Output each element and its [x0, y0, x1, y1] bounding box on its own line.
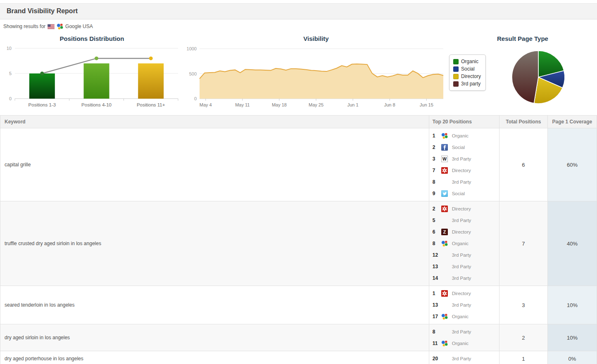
google-icon: [441, 313, 448, 320]
position-row: 2Social: [433, 142, 499, 153]
no-icon: [441, 355, 448, 362]
legend-label: Organic: [461, 59, 478, 64]
positions-cell: 2Directory53rd Party6ZDirectory8Organic1…: [429, 201, 499, 286]
google-icon: [441, 240, 448, 247]
table-row: seared tenderloin in los angeles1Directo…: [0, 286, 597, 324]
position-type-label: 3rd Party: [452, 264, 471, 269]
position-type-label: 3rd Party: [452, 303, 471, 307]
svg-text:5: 5: [9, 71, 12, 76]
no-icon: [441, 302, 448, 308]
position-rank: 6: [433, 229, 441, 235]
position-type-label: 3rd Party: [452, 253, 471, 258]
position-rank: 8: [433, 179, 441, 185]
no-icon: [441, 329, 448, 335]
google-icon: [441, 340, 448, 347]
position-type-label: Directory: [452, 229, 471, 234]
zagat-icon: Z: [441, 229, 448, 235]
position-row: 83rd Party: [433, 176, 499, 188]
twitter-icon: [441, 190, 448, 197]
chart-title: Visibility: [184, 32, 448, 43]
position-rank: 8: [433, 329, 441, 335]
search-engine-label: Google USA: [65, 24, 93, 29]
total-positions-cell: 1: [499, 351, 547, 364]
position-type-label: Organic: [452, 133, 469, 138]
coverage-cell: 60%: [547, 128, 597, 201]
legend-item-3rd-party[interactable]: 3rd party: [453, 80, 481, 87]
keyword-cell: seared tenderloin in los angeles: [0, 286, 429, 324]
position-type-label: 3rd Party: [452, 356, 471, 361]
yelp-icon: [441, 167, 448, 174]
wikipedia-icon: W: [441, 156, 448, 162]
position-row: 11Organic: [433, 338, 499, 349]
table-header-row: Keyword Top 20 Positions Total Positions…: [0, 116, 597, 128]
legend-swatch: [453, 74, 459, 79]
position-rank: 11: [433, 340, 441, 346]
legend-swatch: [453, 66, 459, 72]
coverage-cell: 10%: [547, 286, 597, 324]
legend-item-directory[interactable]: Directory: [453, 73, 481, 80]
position-rank: 13: [433, 302, 441, 308]
position-row: 2Directory: [433, 203, 499, 215]
position-row: 3W3rd Party: [433, 153, 499, 165]
position-rank: 2: [433, 144, 441, 150]
legend-label: Social: [461, 66, 475, 72]
results-context-line: Showing results for Google USA: [0, 19, 597, 31]
svg-text:May 18: May 18: [272, 102, 287, 107]
svg-text:Positions 1-3: Positions 1-3: [29, 102, 56, 107]
svg-text:Positions 4-10: Positions 4-10: [81, 102, 112, 107]
no-icon: [441, 252, 448, 258]
keywords-table: Keyword Top 20 Positions Total Positions…: [0, 115, 597, 364]
legend-item-organic[interactable]: Organic: [453, 58, 481, 65]
position-row: 6ZDirectory: [433, 226, 499, 238]
keyword-cell: dry aged porterhouse in los angeles: [0, 351, 429, 364]
header-keyword: Keyword: [0, 116, 429, 128]
position-row: 1Organic: [433, 130, 499, 142]
svg-text:May 4: May 4: [200, 102, 212, 107]
position-row: 83rd Party: [433, 326, 499, 338]
coverage-cell: 10%: [547, 324, 597, 351]
header-page1-coverage: Page 1 Coverage: [547, 116, 597, 128]
table-row: dry aged sirloin in los angeles83rd Part…: [0, 324, 597, 351]
positions-distribution-chart: Positions Distribution 0510Positions 1-3…: [0, 32, 184, 113]
charts-row: Positions Distribution 0510Positions 1-3…: [0, 31, 597, 113]
header-top20-positions: Top 20 Positions: [429, 116, 499, 128]
position-row: 133rd Party: [433, 261, 499, 272]
svg-text:10: 10: [7, 46, 12, 51]
position-rank: 7: [433, 168, 441, 173]
position-row: 7Directory: [433, 165, 499, 176]
position-rank: 1: [433, 291, 441, 296]
position-type-label: 3rd Party: [452, 180, 471, 184]
position-rank: 14: [433, 275, 441, 281]
position-rank: 17: [433, 314, 441, 319]
svg-text:0: 0: [9, 96, 12, 101]
position-type-label: Directory: [452, 206, 471, 211]
position-rank: 3: [433, 156, 441, 162]
svg-text:1000: 1000: [187, 46, 197, 51]
position-type-label: Directory: [452, 168, 471, 173]
keyword-cell: dry aged sirloin in los angeles: [0, 324, 429, 351]
svg-text:Jun 15: Jun 15: [420, 102, 433, 107]
table-row: truffle crusted dry aged sirloin in los …: [0, 201, 597, 286]
legend-item-social[interactable]: Social: [453, 65, 481, 73]
position-row: 17Organic: [433, 311, 499, 322]
svg-text:May 11: May 11: [235, 102, 250, 107]
positions-cell: 83rd Party11Organic: [429, 324, 499, 351]
position-type-label: 3rd Party: [452, 156, 471, 161]
position-row: 123rd Party: [433, 249, 499, 261]
google-icon: [441, 132, 448, 139]
position-type-label: Organic: [452, 314, 469, 319]
coverage-cell: 0%: [547, 351, 597, 364]
position-row: 203rd Party: [433, 353, 499, 364]
position-rank: 1: [433, 133, 441, 139]
us-flag-icon: [48, 24, 55, 29]
visibility-svg: 05001000May 4May 11May 18May 25Jun 1Jun …: [184, 43, 448, 111]
svg-text:Positions 11+: Positions 11+: [137, 102, 165, 107]
svg-text:0: 0: [194, 96, 197, 101]
position-type-label: Social: [452, 191, 465, 196]
position-rank: 8: [433, 241, 441, 246]
coverage-cell: 40%: [547, 201, 597, 286]
position-rank: 20: [433, 356, 441, 362]
svg-text:Jun 8: Jun 8: [384, 102, 395, 107]
position-row: 9Social: [433, 188, 499, 199]
position-row: 143rd Party: [433, 272, 499, 284]
